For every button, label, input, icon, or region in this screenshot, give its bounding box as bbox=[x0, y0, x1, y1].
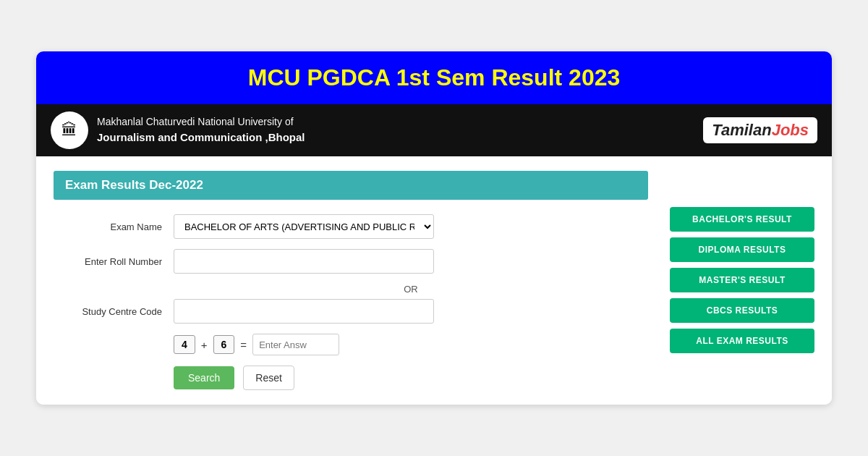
section-header: Exam Results Dec-2022 bbox=[54, 171, 648, 200]
or-divider: OR bbox=[174, 284, 648, 295]
exam-name-select[interactable]: BACHELOR OF ARTS (ADVERTISING AND PUBLIC… bbox=[174, 214, 434, 239]
captcha-row: 4 + 6 = bbox=[174, 334, 648, 355]
captcha-plus: + bbox=[201, 339, 208, 351]
masters-result-button[interactable]: MASTER'S RESULT bbox=[670, 268, 814, 292]
captcha-equals: = bbox=[240, 339, 247, 351]
university-header: 🏛 Makhanlal Chaturvedi National Universi… bbox=[36, 104, 832, 156]
bachelors-result-button[interactable]: BACHELOR'S RESULT bbox=[670, 207, 814, 232]
study-centre-input[interactable] bbox=[174, 299, 434, 324]
roll-number-label: Enter Roll Number bbox=[54, 256, 162, 267]
exam-name-label: Exam Name bbox=[54, 221, 162, 232]
sidebar: BACHELOR'S RESULT DIPLOMA RESULTS MASTER… bbox=[670, 171, 814, 390]
main-content: Exam Results Dec-2022 Exam Name BACHELOR… bbox=[36, 156, 832, 405]
university-logo-icon: 🏛 bbox=[61, 121, 77, 140]
page-title-bar: MCU PGDCA 1st Sem Result 2023 bbox=[36, 51, 832, 104]
form-panel: Exam Results Dec-2022 Exam Name BACHELOR… bbox=[54, 171, 648, 390]
button-row: Search Reset bbox=[174, 366, 648, 390]
tamilan-jobs-logo: Tamilan Jobs bbox=[703, 117, 817, 143]
study-centre-group: Study Centre Code bbox=[54, 299, 648, 324]
roll-number-group: Enter Roll Number bbox=[54, 249, 648, 274]
university-name: Makhanlal Chaturvedi National University… bbox=[97, 114, 305, 146]
captcha-num2: 6 bbox=[213, 335, 235, 354]
diploma-results-button[interactable]: DIPLOMA RESULTS bbox=[670, 237, 814, 262]
university-logo: 🏛 bbox=[51, 111, 88, 149]
search-button[interactable]: Search bbox=[174, 366, 234, 389]
brand-jobs: Jobs bbox=[772, 121, 809, 140]
outer-wrapper: MCU PGDCA 1st Sem Result 2023 🏛 Makhanla… bbox=[36, 51, 832, 405]
captcha-answer-input[interactable] bbox=[252, 334, 339, 355]
page-title: MCU PGDCA 1st Sem Result 2023 bbox=[43, 64, 825, 91]
brand-tamilan: Tamilan bbox=[712, 121, 771, 140]
study-centre-label: Study Centre Code bbox=[54, 306, 162, 317]
reset-button[interactable]: Reset bbox=[243, 366, 294, 390]
captcha-num1: 4 bbox=[174, 335, 195, 354]
all-exam-results-button[interactable]: ALL EXAM RESULTS bbox=[670, 329, 814, 353]
exam-name-group: Exam Name BACHELOR OF ARTS (ADVERTISING … bbox=[54, 214, 648, 239]
roll-number-input[interactable] bbox=[174, 249, 434, 274]
university-left: 🏛 Makhanlal Chaturvedi National Universi… bbox=[51, 111, 305, 149]
cbcs-results-button[interactable]: CBCS RESULTS bbox=[670, 298, 814, 323]
